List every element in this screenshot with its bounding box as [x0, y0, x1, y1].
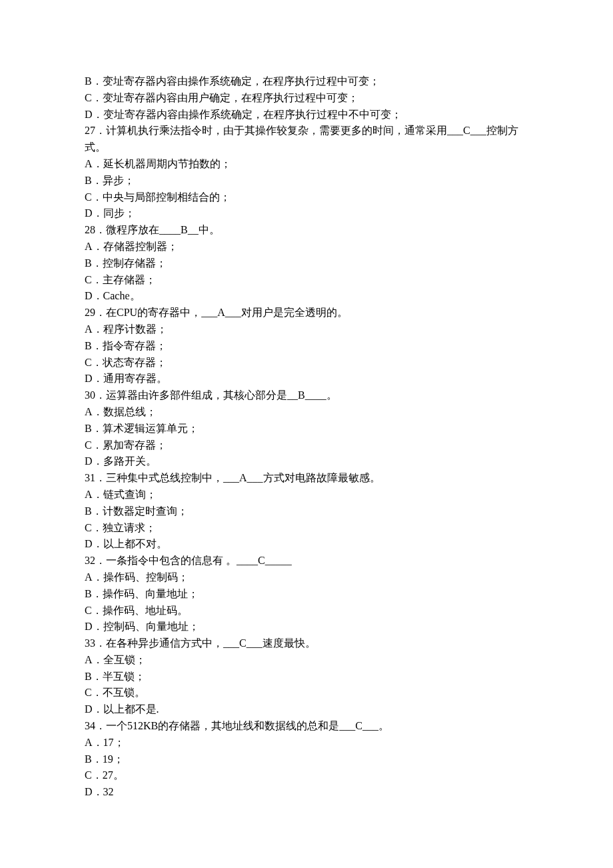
document-page: B．变址寄存器内容由操作系统确定，在程序执行过程中可变； C．变址寄存器内容由用… — [0, 0, 613, 868]
text-line: D．控制码、向量地址； — [85, 619, 530, 635]
text-line: D．变址寄存器内容由操作系统确定，在程序执行过程中不中可变； — [85, 107, 530, 123]
text-line: B．指令寄存器； — [85, 338, 530, 355]
text-line: A．操作码、控制码； — [85, 569, 530, 586]
text-line: A．17； — [85, 735, 530, 751]
text-line: C．变址寄存器内容由用户确定，在程序执行过程中可变； — [85, 90, 530, 107]
text-line: C．操作码、地址码。 — [85, 603, 530, 619]
text-line: D．以上都不对。 — [85, 536, 530, 553]
text-line: B．19； — [85, 751, 530, 768]
text-line: B．半互锁； — [85, 669, 530, 685]
text-line: 34．一个512KB的存储器，其地址线和数据线的总和是___C___。 — [85, 718, 530, 735]
text-line: 30．运算器由许多部件组成，其核心部分是__B____。 — [85, 387, 530, 404]
text-line: 27．计算机执行乘法指令时，由于其操作较复杂，需要更多的时间，通常采用___C_… — [85, 123, 530, 156]
text-line: B．变址寄存器内容由操作系统确定，在程序执行过程中可变； — [85, 73, 530, 90]
text-line: A．全互锁； — [85, 652, 530, 669]
text-line: B．计数器定时查询； — [85, 503, 530, 520]
text-line: B．操作码、向量地址； — [85, 586, 530, 603]
text-line: A．链式查询； — [85, 487, 530, 503]
text-line: B．算术逻辑运算单元； — [85, 421, 530, 437]
text-line: 31．三种集中式总线控制中，___A___方式对电路故障最敏感。 — [85, 470, 530, 487]
text-line: D．多路开关。 — [85, 453, 530, 470]
text-line: C．独立请求； — [85, 520, 530, 537]
text-line: B．控制存储器； — [85, 255, 530, 272]
text-line: A．存储器控制器； — [85, 239, 530, 255]
text-line: D．以上都不是. — [85, 701, 530, 718]
text-line: C．状态寄存器； — [85, 355, 530, 371]
text-line: B．异步； — [85, 173, 530, 189]
text-line: 28．微程序放在____B__中。 — [85, 222, 530, 239]
text-line: D．Cache。 — [85, 288, 530, 305]
text-line: D．同步； — [85, 205, 530, 222]
text-line: C．主存储器； — [85, 272, 530, 289]
text-line: A．延长机器周期内节拍数的； — [85, 156, 530, 173]
text-line: C．中央与局部控制相结合的； — [85, 189, 530, 206]
text-line: D．通用寄存器。 — [85, 371, 530, 387]
text-line: 29．在CPU的寄存器中，___A___对用户是完全透明的。 — [85, 305, 530, 321]
text-line: A．程序计数器； — [85, 321, 530, 338]
text-line: C．不互锁。 — [85, 685, 530, 701]
text-line: D．32 — [85, 784, 530, 801]
text-line: 32．一条指令中包含的信息有 。____C_____ — [85, 553, 530, 569]
text-line: A．数据总线； — [85, 404, 530, 421]
text-line: C．累加寄存器； — [85, 437, 530, 454]
text-line: C．27。 — [85, 767, 530, 784]
text-line: 33．在各种异步通信方式中，___C___速度最快。 — [85, 635, 530, 652]
